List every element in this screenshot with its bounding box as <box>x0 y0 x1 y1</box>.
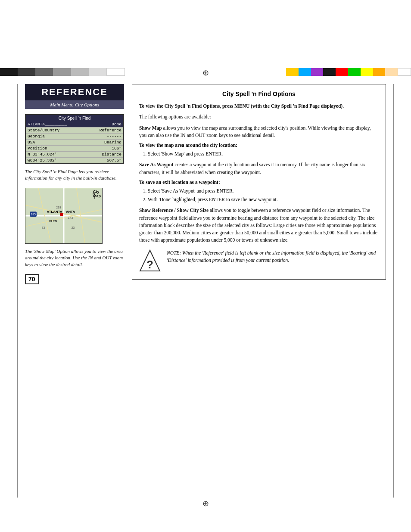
swatch-r3 <box>311 68 324 76</box>
show-reference-label: Show Reference / Show City Size <box>139 208 209 213</box>
screen-value-4: 106° <box>112 146 121 151</box>
screen-value-2: ------ <box>107 134 121 139</box>
intro-body: The following options are available: <box>139 113 379 121</box>
screen-row-6: W084°25.302' 567.5° <box>26 158 123 163</box>
caption-1: The City Spell 'n Find Page lets you ret… <box>25 168 124 182</box>
save-step-1: Select 'Save As Waypnt' and press ENTER. <box>148 187 379 195</box>
map-image: 285 ATLANTA ANTA GLEN 238 143 83 23 N Ct… <box>25 188 103 244</box>
page-number-container: 70 <box>25 274 124 284</box>
screen-row-0: ATLANTA_________ Done <box>26 121 123 128</box>
map-label-cty: CtyMap <box>93 190 101 198</box>
svg-text:GLEN: GLEN <box>49 220 57 223</box>
screen-value-6: 567.5° <box>107 158 121 163</box>
swatch-r9 <box>385 68 398 76</box>
screen-label-3: USA <box>28 140 35 145</box>
screen-label-5: N 33°45.824' <box>28 152 57 157</box>
swatch-r10 <box>398 68 411 76</box>
main-menu-label: Main Menu: City Options <box>50 102 99 107</box>
svg-text:143: 143 <box>68 216 73 219</box>
swatch-r7 <box>361 68 373 76</box>
show-map-text: allows you to view the map area surround… <box>139 125 371 138</box>
swatch-5 <box>71 68 89 76</box>
screen-value-1: Reference <box>100 128 121 133</box>
note-text: NOTE: When the 'Reference' field is left… <box>167 249 379 264</box>
map-svg: 285 ATLANTA ANTA GLEN 238 143 83 23 N <box>25 188 102 243</box>
save-step-2: With 'Done' highlighted, press ENTER to … <box>148 196 379 203</box>
compass-bottom: ⊕ <box>202 499 209 508</box>
screen-row-5: N 33°45.824' Distance <box>26 152 123 158</box>
left-column: REFERENCE Main Menu: City Options City S… <box>25 84 124 284</box>
svg-text:?: ? <box>146 258 153 271</box>
save-waypnt-label: Save As Waypnt <box>139 162 174 167</box>
screen-label-0: ATLANTA_________ <box>28 122 67 127</box>
swatch-1 <box>0 68 18 76</box>
show-reference-para: Show Reference / Show City Size allows y… <box>139 207 379 244</box>
main-menu-subtitle: Main Menu: City Options <box>25 100 124 109</box>
page-content: REFERENCE Main Menu: City Options City S… <box>25 84 386 489</box>
intro-heading: To view the City Spell 'n Find Options, … <box>139 103 379 110</box>
screen-label-4: Position <box>28 146 47 151</box>
swatch-7 <box>106 68 125 76</box>
swatch-4 <box>53 68 71 76</box>
swatch-r2 <box>299 68 311 76</box>
show-reference-text: allows you to toggle between a reference… <box>139 208 377 243</box>
show-map-para: Show Map allows you to view the map area… <box>139 124 379 140</box>
svg-text:83: 83 <box>42 226 45 229</box>
compass-top: ⊕ <box>202 68 209 78</box>
show-map-label: Show Map <box>139 125 162 131</box>
screen-row-4: Position 106° <box>26 146 123 152</box>
reference-title: REFERENCE <box>41 87 108 97</box>
swatch-r8 <box>373 68 386 76</box>
reference-header: REFERENCE <box>25 84 124 100</box>
save-heading: To save an exit location as a waypoint: <box>139 180 379 185</box>
warning-icon: ? <box>139 249 161 273</box>
swatch-r1 <box>286 68 299 76</box>
svg-text:23: 23 <box>72 226 75 229</box>
color-bar-right <box>286 68 411 76</box>
screen-row-1: State/Country Reference <box>26 128 123 134</box>
swatch-r5 <box>336 68 348 76</box>
right-margin-line <box>393 84 394 498</box>
right-column: City Spell 'n Find Options To view the C… <box>132 84 386 280</box>
left-margin-line <box>17 84 18 498</box>
view-map-steps: Select 'Show Map' and press ENTER. <box>148 150 379 158</box>
caption-2: The 'Show Map' Option allows you to view… <box>25 248 124 268</box>
svg-text:238: 238 <box>56 206 61 209</box>
note-section: ? NOTE: When the 'Reference' field is le… <box>139 249 379 273</box>
screen-value-3: Bearing <box>104 140 121 145</box>
save-waypnt-para: Save As Waypnt creates a waypoint at the… <box>139 161 379 176</box>
svg-text:285: 285 <box>31 213 36 216</box>
page-number: 70 <box>25 274 39 284</box>
swatch-r6 <box>348 68 361 76</box>
screen-label-2: Georgia <box>28 134 45 139</box>
device-screen-title: City Spell 'n Find <box>26 115 123 121</box>
svg-text:ATLANTA: ATLANTA <box>47 210 62 214</box>
screen-label-6: W084°25.302' <box>28 158 57 163</box>
screen-row-2: Georgia ------ <box>26 134 123 140</box>
intro-heading-text: To view the City Spell 'n Find Options, … <box>139 103 344 109</box>
screen-label-1: State/Country <box>28 128 59 133</box>
swatch-2 <box>18 68 35 76</box>
view-map-step-1: Select 'Show Map' and press ENTER. <box>148 150 379 158</box>
swatch-3 <box>35 68 53 76</box>
screen-value-5: Distance <box>102 152 121 157</box>
device-screen: City Spell 'n Find ATLANTA_________ Done… <box>25 114 124 164</box>
screen-value-0: Done <box>112 122 121 127</box>
color-bar-left <box>0 68 125 76</box>
swatch-6 <box>89 68 106 76</box>
save-steps: Select 'Save As Waypnt' and press ENTER.… <box>148 187 379 204</box>
view-map-heading: To view the map area around the city loc… <box>139 143 379 148</box>
right-column-title: City Spell 'n Find Options <box>139 90 379 97</box>
screen-row-3: USA Bearing <box>26 140 123 146</box>
swatch-r4 <box>323 68 336 76</box>
svg-text:ANTA: ANTA <box>66 210 75 214</box>
